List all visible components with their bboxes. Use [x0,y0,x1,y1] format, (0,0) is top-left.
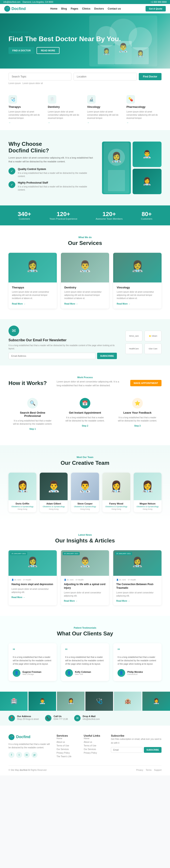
vincology-desc: Lorem ipsum dolor sit amet consectetur a… [87,110,122,120]
logo-text: Docfind [11,7,26,11]
article-2-body: 👤 Dr. romi 🏷 Health Adjusting to life wi… [61,576,109,605]
logo-icon: 🩺 [4,6,10,12]
team-title: Our Creative Team [8,460,162,466]
service-vincology-img: 👩‍⚕️ [113,253,162,282]
social-instagram[interactable]: in [24,752,30,758]
email-title: Drop A Mail [83,715,100,717]
nav-doctors[interactable]: Doctors [94,7,104,10]
gallery-item-1: 🏥 [0,692,28,711]
megan-photo: 👩‍⚕️ [134,473,162,500]
footer-link-home[interactable]: Home [57,737,77,740]
vincology-illustration: 👩‍⚕️ [114,253,161,282]
article-2-title: Adjusting to life with a spinal cord inj… [64,583,106,590]
step-search-link[interactable]: Step 1 [29,428,36,430]
svg-rect-13 [108,170,125,191]
step-appointment-link[interactable]: Step 2 [82,425,88,427]
article-2-link[interactable]: Read More → [64,600,78,602]
footer-useful-home[interactable]: Home [84,737,105,740]
hero-section: Marking & Resources Find The Best Doctor… [0,13,170,68]
footer-subscribe-button[interactable]: SUBSCRIBE [144,747,162,753]
search-topic-input[interactable] [8,73,72,81]
service-dentistry-desc: Lorem ipsum dolor sit amet consectetur a… [64,290,106,300]
service-therapys-link[interactable]: Read More → [12,303,26,305]
eugene-role: New Chicago [23,673,41,675]
nav-home[interactable]: Home [50,7,57,10]
team-tag: Meet Our Team [8,456,162,458]
read-more-button[interactable]: READ MORE [36,47,59,54]
philip-role: Connecticut [127,673,143,675]
megan-body: Megan Nelson Obstetrics & Gynaecology Ho… [134,500,162,512]
get-quote-button[interactable]: Get A Quote [146,6,166,11]
service-dentistry-link[interactable]: Read More → [64,303,78,305]
pharmacology-link[interactable]: → [126,121,162,124]
footer-useful-terms[interactable]: Terms of Use [84,744,105,747]
footer-support-link[interactable]: Support [154,769,162,771]
dentistry-link[interactable]: → [48,121,83,124]
newsletter-title: Subscribe Our Email For Newsletter [8,338,117,342]
philip-quote-icon: " [117,648,157,654]
social-facebook[interactable]: f [8,752,15,758]
footer-link-terms[interactable]: Terms of Use [57,744,77,747]
step-search-desc: It is a long established fact that a rea… [13,419,53,426]
footer-privacy-link[interactable]: Privacy [136,769,143,771]
stat-experience-num: 120+ [50,211,77,218]
pharmacology-title: Pharmacology [126,105,162,108]
search-location-input[interactable] [74,73,136,81]
search-button[interactable]: Find Doctor [139,73,162,80]
service-vincology-link[interactable]: Read More → [117,303,130,305]
search-tag-2: Lorem ipsum dolor sit [23,82,43,85]
team-member-steve: 👨‍⚕️ Steve Cooper Obstetrics & Gynaecolo… [71,473,99,512]
hero-tag: Marking & Resources [8,31,30,34]
social-twitter[interactable]: t [16,752,22,758]
nav-pages[interactable]: Pages [71,7,78,10]
therapys-icon: 🩺 [8,95,17,103]
doris-spec: Obstetrics & Gynaecology [10,505,35,508]
testimonials-tag: Patient Testimonials [8,626,162,629]
nav-clinics[interactable]: Clinics [82,7,90,10]
why-choose-desc: Lorem ipsum dolor sit amet consectetur a… [8,156,93,163]
footer-copyright: © Site Map docfind All Rights Reserved [8,769,47,771]
footer-link-team[interactable]: The Team's Life [57,755,77,757]
footer-useful-about[interactable]: About us [84,741,105,743]
footer-link-privacy[interactable]: Privacy Policy [57,752,77,754]
article-1-title: Having more slept and depression [11,583,54,586]
megan-name: Megan Nelson [135,502,160,505]
newsletter-subscribe-button[interactable]: SUBSCRIBE [97,353,117,359]
article-1-author: 👤 Dr. romi [11,579,21,581]
article-3-body: 👤 Dr. romi 🏷 Health The Connection Betwe… [113,576,162,605]
therapys-desc: Lorem ipsum dolor sit amet consectetur a… [8,110,44,120]
footer-useful-services[interactable]: Our Services [84,748,105,750]
article-1-body: 👤 Dr. romi 🏷 Health Having more slept an… [8,576,57,602]
quality-text: Quality Control System It is a long esta… [18,168,93,178]
footer-useful-col: Useful Links Home About us Terms of Use … [84,734,105,759]
footer-services-links: Home About us Terms of Use Our Services … [57,737,77,757]
footer-useful-privacy[interactable]: Privacy Policy [84,752,105,754]
find-doctor-button[interactable]: FIND A DOCTOR [8,47,34,54]
make-appointment-button[interactable]: MAKE APPOINTMENT [130,380,162,386]
therapys-link[interactable]: → [8,121,44,124]
why-img-2-placeholder: 👩‍⚕️ [133,169,162,194]
kelly-quote-icon: " [65,648,105,654]
nav-contact[interactable]: Contact us [108,7,121,10]
fanny-body: Fanny Wood Obstetrics & Gynaecology Hong… [103,500,130,512]
footer-email-input[interactable] [111,747,143,753]
article-1: 👩‍⚕️ 25 JANUARY 2021 👤 Dr. romi 🏷 Health… [8,550,57,605]
quality-title: Quality Control System [18,168,93,170]
stat-experience-label: Years Practical Experience [50,218,77,220]
pharmacology-icon: 💊 [126,95,135,103]
service-therapys: 👩‍⚕️ Therapys Lorem ipsum dolor sit amet… [8,253,57,309]
article-1-link[interactable]: Read More → [11,596,25,598]
social-youtube[interactable]: yt [31,752,37,758]
nav-blog[interactable]: Blog [61,7,67,10]
footer-terms-link[interactable]: Terms [146,769,151,771]
step-feedback-link[interactable]: Step 3 [134,425,141,427]
step-search-title: Search Best Online Professional [13,411,53,417]
adam-name: Adam Gilbert [41,502,66,505]
search-professional-icon: 🔍 [27,398,38,408]
vincology-link[interactable]: → [87,121,122,124]
footer-link-about[interactable]: About us [57,741,77,743]
newsletter-email-input[interactable] [8,353,95,359]
stats-section: 340+ Customers 120+ Years Practical Expe… [0,206,170,225]
article-3-link[interactable]: Read More → [116,600,130,602]
footer-link-services[interactable]: Our Services [57,748,77,750]
